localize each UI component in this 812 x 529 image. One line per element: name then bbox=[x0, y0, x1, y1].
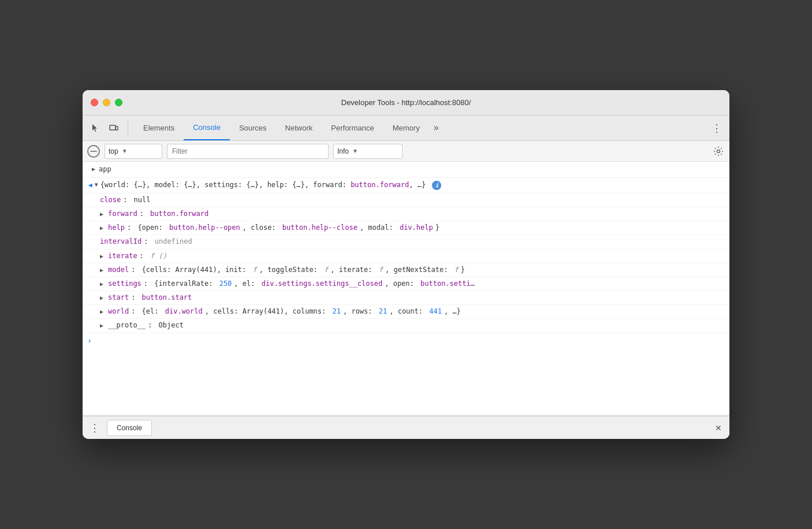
tab-performance[interactable]: Performance bbox=[322, 115, 383, 140]
more-options-button[interactable]: ⋮ bbox=[709, 120, 725, 136]
prop-model-comma3: , getNextState: bbox=[385, 264, 452, 275]
world-expand-arrow[interactable]: ▶ bbox=[100, 307, 103, 316]
prop-intervalid: intervalId : undefined bbox=[83, 235, 729, 249]
prop-model-value: {cells: Array(441), init: bbox=[142, 264, 251, 275]
context-dropdown-arrow: ▼ bbox=[122, 148, 128, 154]
prop-help-sep: : bbox=[127, 222, 135, 233]
prop-world-count: 441 bbox=[429, 306, 442, 317]
prop-start-key: start bbox=[108, 292, 129, 303]
prop-settings-rate: 250 bbox=[219, 278, 232, 289]
prop-model-f2: f bbox=[324, 264, 328, 275]
tab-sources[interactable]: Sources bbox=[230, 115, 276, 140]
toolbar-right: ⋮ bbox=[709, 120, 725, 136]
prop-help-comma2: , modal: bbox=[360, 222, 397, 233]
settings-expand-arrow[interactable]: ▶ bbox=[100, 280, 103, 289]
prop-forward-value: button.forward bbox=[150, 208, 208, 219]
prop-settings-el: div.settings.settings__closed bbox=[262, 278, 383, 289]
model-expand-arrow[interactable]: ▶ bbox=[100, 266, 103, 275]
traffic-lights bbox=[91, 99, 122, 106]
more-tabs-button[interactable]: » bbox=[429, 115, 444, 140]
bottom-console-tab[interactable]: Console bbox=[107, 420, 152, 436]
object-expand-arrow[interactable]: ▼ bbox=[95, 181, 98, 190]
back-arrow-icon[interactable]: ◀ bbox=[88, 181, 92, 191]
app-entry: ▶ app bbox=[83, 162, 729, 178]
prop-model-f3: f bbox=[379, 264, 383, 275]
inspect-icon[interactable] bbox=[87, 120, 103, 136]
info-badge[interactable]: i bbox=[432, 181, 441, 190]
start-expand-arrow[interactable]: ▶ bbox=[100, 293, 103, 303]
prop-close-value: null bbox=[134, 195, 151, 206]
prop-world-comma2: , count: bbox=[389, 306, 427, 317]
close-button[interactable] bbox=[91, 99, 98, 106]
prop-help-key: help bbox=[108, 222, 125, 233]
tab-elements[interactable]: Elements bbox=[134, 115, 184, 140]
prop-world-sep: : bbox=[131, 306, 139, 317]
prop-settings-key: settings bbox=[108, 278, 141, 289]
bottom-bar: ⋮ Console ✕ bbox=[83, 416, 729, 439]
tab-console[interactable]: Console bbox=[184, 115, 230, 140]
prop-proto: ▶ __proto__ : Object bbox=[83, 319, 729, 333]
minimize-button[interactable] bbox=[103, 99, 110, 106]
prop-world-end: , …} bbox=[444, 306, 461, 317]
iterate-expand-arrow[interactable]: ▶ bbox=[100, 252, 103, 261]
prop-help-end: } bbox=[435, 222, 439, 233]
prop-help-value: {open: bbox=[137, 222, 167, 233]
console-output: ▶ app ◀ ▼ {world: {…}, model: {…}, setti… bbox=[83, 162, 729, 416]
tab-network[interactable]: Network bbox=[276, 115, 322, 140]
devtools-window: Developer Tools - http://localhost:8080/… bbox=[83, 90, 729, 439]
fullscreen-button[interactable] bbox=[115, 99, 122, 106]
prop-model-comma: , toggleState: bbox=[259, 264, 322, 275]
clear-console-button[interactable] bbox=[87, 145, 100, 158]
prop-intervalid-key: intervalId bbox=[100, 236, 141, 247]
prop-settings-sep: : bbox=[144, 278, 152, 289]
level-dropdown-arrow: ▼ bbox=[352, 148, 358, 154]
prop-help-modal: div.help bbox=[400, 222, 433, 233]
filter-input[interactable] bbox=[167, 144, 329, 159]
forward-expand-arrow[interactable]: ▶ bbox=[100, 210, 103, 219]
app-expand-arrow[interactable]: ▶ bbox=[92, 165, 95, 174]
prop-close-separator: : bbox=[123, 195, 131, 206]
prop-help: ▶ help : {open: button.help--open , clos… bbox=[83, 221, 729, 235]
app-label: app bbox=[99, 164, 111, 175]
prop-iterate-key: iterate bbox=[108, 251, 137, 262]
prop-proto-key: __proto__ bbox=[108, 320, 146, 331]
titlebar: Developer Tools - http://localhost:8080/ bbox=[83, 90, 729, 116]
console-settings-button[interactable] bbox=[712, 145, 725, 158]
prop-world-value2: , cells: Array(441), columns: bbox=[205, 306, 330, 317]
tab-list: Elements Console Sources Network Perform… bbox=[134, 116, 444, 140]
prop-model-f4: f bbox=[455, 264, 459, 275]
help-expand-arrow[interactable]: ▶ bbox=[100, 223, 103, 233]
prop-model-sep: : bbox=[131, 264, 139, 275]
prop-help-comma1: , close: bbox=[243, 222, 280, 233]
prop-settings: ▶ settings : {intervalRate: 250 , el: di… bbox=[83, 277, 729, 291]
svg-point-2 bbox=[717, 150, 720, 152]
tab-memory[interactable]: Memory bbox=[383, 115, 429, 140]
prop-world-rows: 21 bbox=[379, 306, 387, 317]
console-prompt[interactable]: › bbox=[83, 333, 729, 350]
prop-iterate-value: f () bbox=[150, 251, 167, 262]
proto-expand-arrow[interactable]: ▶ bbox=[100, 321, 103, 330]
context-value: top bbox=[109, 147, 118, 155]
context-selector[interactable]: top ▼ bbox=[105, 144, 162, 159]
prop-world-el: div.world bbox=[165, 306, 203, 317]
toolbar-icon-group bbox=[87, 120, 128, 137]
prop-start-value: button.start bbox=[142, 292, 192, 303]
prop-start-sep: : bbox=[131, 292, 139, 303]
prop-intervalid-sep: : bbox=[144, 236, 152, 247]
prop-world-value1: {el: bbox=[142, 306, 163, 317]
svg-rect-1 bbox=[116, 126, 118, 130]
bottom-dots-button[interactable]: ⋮ bbox=[87, 419, 102, 437]
prop-model-f1: f bbox=[252, 264, 256, 275]
device-toggle-icon[interactable] bbox=[106, 120, 122, 136]
level-selector[interactable]: Info ▼ bbox=[333, 144, 403, 159]
prop-close: close : null bbox=[83, 193, 729, 207]
window-title: Developer Tools - http://localhost:8080/ bbox=[341, 98, 471, 107]
prop-proto-value: Object bbox=[159, 320, 184, 331]
prop-model-end: } bbox=[461, 264, 465, 275]
prop-settings-value2: , el: bbox=[234, 278, 259, 289]
prop-intervalid-value: undefined bbox=[155, 236, 192, 247]
prop-proto-sep: : bbox=[148, 320, 156, 331]
prop-world-columns: 21 bbox=[333, 306, 341, 317]
bottom-close-button[interactable]: ✕ bbox=[712, 422, 725, 434]
prop-iterate: ▶ iterate : f () bbox=[83, 249, 729, 263]
